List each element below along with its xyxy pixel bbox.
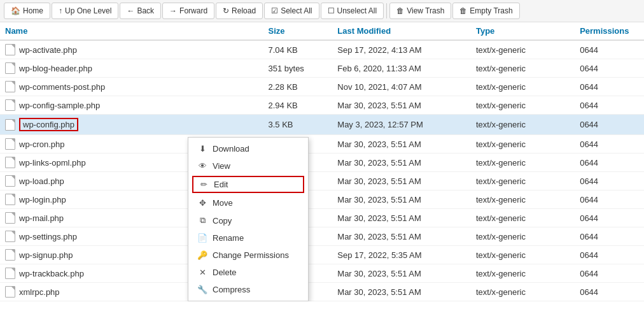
table-row[interactable]: wp-login.php Mar 30, 2023, 5:51 AMtext/x… [0,190,644,209]
file-name-cell: wp-comments-post.php [0,78,263,96]
file-icon [5,138,15,150]
file-size: 351 bytes [263,59,333,78]
file-type: text/x-generic [471,172,575,190]
rename-icon: 📄 [197,233,207,243]
file-type: text/x-generic [471,154,575,172]
context-menu-item-view[interactable]: 👁 View [188,157,308,175]
file-type: text/x-generic [471,246,575,264]
view-trash-label: View Trash [407,6,444,15]
table-row[interactable]: wp-activate.php 7.04 KBSep 17, 2022, 4:1… [0,40,644,59]
table-row[interactable]: wp-trackback.php Mar 30, 2023, 5:51 AMte… [0,264,644,283]
file-icon [5,194,15,205]
home-label: Home [23,6,43,15]
context-menu: ⬇ Download 👁 View ✏ Edit ✥ Move ⧉ Copy 📄… [188,137,309,301]
file-size: 7.04 KB [263,40,333,59]
context-menu-item-compress[interactable]: 🔧 Compress [188,281,308,298]
back-icon: ← [127,6,134,15]
context-menu-item-move[interactable]: ✥ Move [188,194,308,212]
view-label: View [213,161,230,171]
col-header-modified[interactable]: Last Modified [332,22,471,40]
file-name-cell: wp-activate.php [0,40,263,59]
empty-trash-button[interactable]: 🗑 Empty Trash [452,3,519,19]
forward-icon: → [169,6,177,15]
table-row[interactable]: wp-comments-post.php 2.28 KBNov 10, 2021… [0,78,644,96]
table-row[interactable]: wp-settings.php Mar 30, 2023, 5:51 AMtex… [0,227,644,246]
empty-trash-label: Empty Trash [470,6,512,15]
file-permissions: 0644 [575,209,644,227]
file-permissions: 0644 [575,172,644,190]
toolbar-separator [386,3,387,18]
file-name: wp-settings.php [19,232,77,241]
change-permissions-icon: 🔑 [197,250,207,260]
col-header-permissions[interactable]: Permissions [575,22,644,40]
delete-label: Delete [213,268,237,277]
col-header-type[interactable]: Type [471,22,575,40]
file-icon [5,62,15,74]
back-label: Back [137,6,154,15]
context-menu-item-edit[interactable]: ✏ Edit [192,176,304,193]
table-row[interactable]: wp-config.php 3.5 KBMay 3, 2023, 12:57 P… [0,115,644,135]
file-modified: Feb 6, 2020, 11:33 AM [332,59,471,78]
file-icon [5,212,15,224]
context-menu-item-rename[interactable]: 📄 Rename [188,229,308,247]
file-modified: Mar 30, 2023, 5:51 AM [332,283,471,301]
change-permissions-label: Change Permissions [213,250,289,260]
file-name-cell: wp-config-sample.php [0,96,263,115]
view-trash-button[interactable]: 🗑 View Trash [389,3,451,19]
download-icon: ⬇ [197,144,207,154]
file-icon [5,231,15,242]
compress-label: Compress [213,285,250,294]
file-type: text/x-generic [471,135,575,154]
reload-button[interactable]: ↻ Reload [216,3,263,19]
view-trash-icon: 🗑 [396,6,404,15]
table-row[interactable]: wp-config-sample.php 2.94 KBMar 30, 2023… [0,96,644,115]
context-menu-item-delete[interactable]: ✕ Delete [188,264,308,281]
table-row[interactable]: xmlrpc.php Mar 30, 2023, 5:51 AMtext/x-g… [0,283,644,301]
file-modified: May 3, 2023, 12:57 PM [332,115,471,135]
file-type: text/x-generic [471,59,575,78]
up-one-level-button[interactable]: ↑ Up One Level [52,3,118,19]
context-menu-item-download[interactable]: ⬇ Download [188,140,308,157]
table-header-row: Name Size Last Modified Type Permissions [0,22,644,40]
select-all-icon: ☑ [271,6,278,15]
table-row[interactable]: wp-blog-header.php 351 bytesFeb 6, 2020,… [0,59,644,78]
file-permissions: 0644 [575,78,644,96]
file-icon [5,286,15,298]
forward-button[interactable]: → Forward [162,3,214,19]
file-name: wp-links-opml.php [19,158,86,168]
select-all-label: Select All [281,6,312,15]
file-modified: Mar 30, 2023, 5:51 AM [332,154,471,172]
file-type: text/x-generic [471,209,575,227]
select-all-button[interactable]: ☑ Select All [264,3,319,19]
file-icon [5,81,15,92]
context-menu-item-copy[interactable]: ⧉ Copy [188,212,308,229]
up-one-level-label: Up One Level [65,6,111,15]
file-size: 2.28 KB [263,78,333,96]
file-name-cell: wp-config.php [0,115,263,135]
file-permissions: 0644 [575,283,644,301]
file-icon [5,249,15,261]
copy-icon: ⧉ [197,215,207,226]
context-menu-item-change-permissions[interactable]: 🔑 Change Permissions [188,247,308,264]
col-header-name[interactable]: Name [0,22,263,40]
table-row[interactable]: wp-signup.php Sep 17, 2022, 5:35 AMtext/… [0,246,644,264]
file-name: wp-signup.php [19,250,73,260]
file-type: text/x-generic [471,115,575,135]
file-permissions: 0644 [575,40,644,59]
back-button[interactable]: ← Back [120,3,161,19]
file-modified: Mar 30, 2023, 5:51 AM [332,264,471,283]
col-header-size[interactable]: Size [263,22,333,40]
table-row[interactable]: wp-links-opml.php Mar 30, 2023, 5:51 AMt… [0,154,644,172]
table-row[interactable]: wp-mail.php Mar 30, 2023, 5:51 AMtext/x-… [0,209,644,227]
table-row[interactable]: wp-load.php Mar 30, 2023, 5:51 AMtext/x-… [0,172,644,190]
home-button[interactable]: 🏠 Home [4,3,50,19]
unselect-all-button[interactable]: ☐ Unselect All [321,3,384,19]
file-modified: Mar 30, 2023, 5:51 AM [332,209,471,227]
file-permissions: 0644 [575,227,644,246]
file-name: wp-mail.php [19,213,64,223]
file-name: wp-login.php [19,195,66,205]
file-type: text/x-generic [471,40,575,59]
file-modified: Mar 30, 2023, 5:51 AM [332,227,471,246]
toolbar: 🏠 Home ↑ Up One Level ← Back → Forward ↻… [0,0,644,22]
table-row[interactable]: wp-cron.php Mar 30, 2023, 5:51 AMtext/x-… [0,135,644,154]
